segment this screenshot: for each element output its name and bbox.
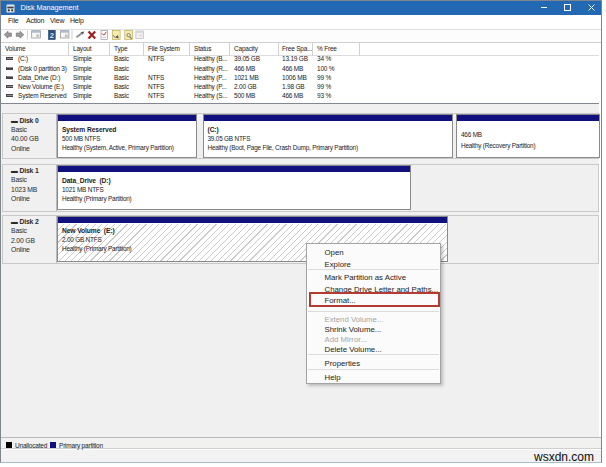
svg-text:2: 2 [50, 31, 55, 40]
